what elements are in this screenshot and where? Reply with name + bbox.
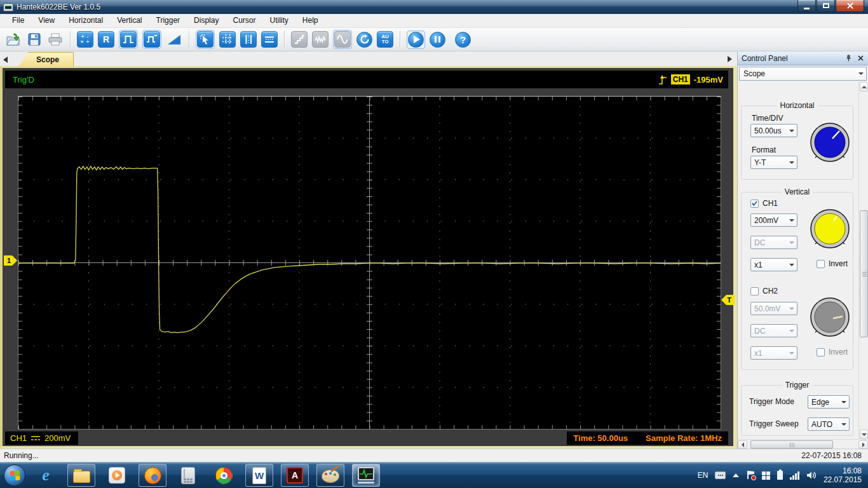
chevron-down-icon — [786, 325, 797, 337]
pin-icon[interactable] — [845, 55, 852, 62]
format-select[interactable]: Y-T — [750, 156, 797, 169]
start-button[interactable] — [408, 32, 424, 48]
taskbar-media-player[interactable] — [103, 464, 131, 487]
tab-scroll-right-button[interactable] — [724, 53, 735, 65]
scope-container: Trig'D CH1 -195mV 1 T — [0, 66, 737, 449]
ch1-volts-knob[interactable] — [809, 208, 851, 250]
taskbar-paint[interactable] — [316, 464, 344, 487]
title-bar: Hantek6022BE Ver 1.0.5 — [0, 0, 868, 14]
menu-horizontal[interactable]: Horizontal — [62, 14, 110, 27]
horizontal-knob[interactable] — [809, 121, 851, 163]
menu-help[interactable]: Help — [295, 14, 325, 27]
status-bar: Running... 22-07-2015 16:08 — [0, 449, 868, 462]
taskbar-ie[interactable]: e — [32, 464, 60, 487]
ch1-scale-select[interactable]: 200mV — [750, 214, 797, 227]
cross-cursor-button[interactable] — [219, 31, 236, 48]
start-button[interactable] — [4, 464, 25, 486]
app-icon — [3, 3, 13, 11]
network-signal-icon[interactable] — [790, 471, 799, 480]
panel-vertical-scrollbar[interactable] — [858, 82, 868, 439]
ramp-button[interactable] — [166, 31, 182, 48]
close-button[interactable] — [836, 0, 864, 12]
trigger-level-marker[interactable]: T — [721, 295, 735, 305]
save-button[interactable] — [26, 31, 43, 48]
knob-blue-icon — [809, 121, 851, 163]
minimize-button[interactable] — [797, 0, 816, 12]
horizontal-cursor-button[interactable] — [261, 31, 278, 48]
floppy-icon — [27, 32, 41, 46]
taskbar-hantek-app[interactable] — [352, 464, 380, 487]
taskbar-firefox[interactable] — [139, 464, 166, 487]
print-button[interactable] — [47, 31, 64, 48]
trigger-mode-select[interactable]: Edge — [808, 395, 850, 409]
taskbar-clock[interactable]: 16:08 22.07.2015 — [824, 466, 862, 484]
channel1-position-marker[interactable]: 1 — [4, 255, 17, 266]
tab-scope[interactable]: Scope — [19, 52, 74, 66]
vertical-group-title: Vertical — [782, 187, 813, 196]
panel-mode-select[interactable]: Scope — [739, 67, 867, 81]
keyboard-icon[interactable] — [715, 471, 726, 479]
single-pulse-button[interactable] — [120, 31, 137, 48]
ch1-label: CH1 — [763, 199, 778, 208]
tab-strip: Scope — [0, 51, 737, 66]
waveform-plot — [18, 97, 721, 429]
scroll-down-button[interactable] — [860, 430, 868, 439]
open-file-button[interactable] — [5, 31, 22, 48]
windows-update-icon[interactable] — [762, 471, 770, 480]
ch1-invert-checkbox[interactable] — [817, 260, 825, 268]
vertical-cursor-button[interactable] — [240, 31, 257, 48]
menu-utility[interactable]: Utility — [262, 14, 295, 27]
channel-label: CH1 — [10, 433, 27, 443]
ch1-checkbox[interactable] — [750, 200, 759, 208]
trigger-edge-icon — [658, 74, 667, 85]
panel-horizontal-scrollbar[interactable] — [738, 439, 868, 449]
speaker-icon[interactable] — [806, 471, 817, 480]
grip-icon — [862, 274, 867, 274]
refresh-button[interactable] — [356, 32, 372, 48]
hidden-icons-chevron[interactable] — [733, 473, 739, 477]
ch2-checkbox[interactable] — [750, 287, 759, 295]
math-button[interactable]: + - × ÷ — [77, 31, 93, 48]
scroll-right-button[interactable] — [858, 440, 868, 449]
language-indicator[interactable]: EN — [698, 471, 709, 480]
panel-close-icon[interactable] — [857, 55, 864, 62]
horizontal-scroll-thumb[interactable] — [750, 440, 833, 449]
battery-icon[interactable] — [777, 471, 783, 480]
grip-icon — [792, 443, 792, 447]
taskbar-calculator[interactable] — [174, 464, 202, 487]
action-center-flag-icon[interactable] — [746, 471, 755, 480]
tab-scroll-left-button[interactable] — [0, 53, 10, 66]
menu-trigger[interactable]: Trigger — [149, 14, 187, 27]
ch1-enable-row: CH1 — [750, 199, 778, 208]
scroll-left-button[interactable] — [738, 440, 747, 449]
menu-view[interactable]: View — [31, 14, 62, 27]
ch1-probe-select[interactable]: x1 — [750, 258, 797, 271]
scroll-up-button[interactable] — [860, 82, 868, 92]
menu-cursor[interactable]: Cursor — [226, 14, 262, 27]
toolbar: + - × ÷ R — [0, 28, 868, 51]
trigger-sweep-select[interactable]: AUTO — [808, 417, 850, 431]
menu-display[interactable]: Display — [187, 14, 226, 27]
menu-vertical[interactable]: Vertical — [110, 14, 149, 27]
maximize-button[interactable] — [817, 0, 835, 12]
toolbar-separator — [189, 31, 189, 48]
taskbar-explorer[interactable] — [67, 464, 95, 487]
pause-button[interactable] — [430, 32, 445, 48]
menu-file[interactable]: File — [5, 14, 31, 27]
time-div-select[interactable]: 50.00us — [750, 124, 797, 137]
media-player-icon — [109, 467, 125, 484]
auto-setup-button[interactable]: AU TO — [377, 31, 393, 48]
calculator-icon — [181, 467, 195, 484]
taskbar-word[interactable]: W — [245, 464, 273, 487]
cursor-arrow-icon — [200, 34, 211, 45]
help-button[interactable]: ? — [455, 32, 471, 48]
cursor-select-button[interactable] — [197, 31, 214, 48]
ch1-invert-row: Invert — [817, 259, 848, 268]
taskbar-chrome[interactable] — [210, 464, 238, 487]
delayed-pulse-button[interactable] — [144, 31, 160, 48]
selected-frame — [407, 30, 425, 49]
firefox-icon — [144, 467, 161, 484]
taskbar-adobe-reader[interactable]: A — [281, 464, 309, 487]
vertical-scroll-thumb[interactable] — [860, 210, 868, 337]
reference-button[interactable]: R — [98, 31, 114, 48]
